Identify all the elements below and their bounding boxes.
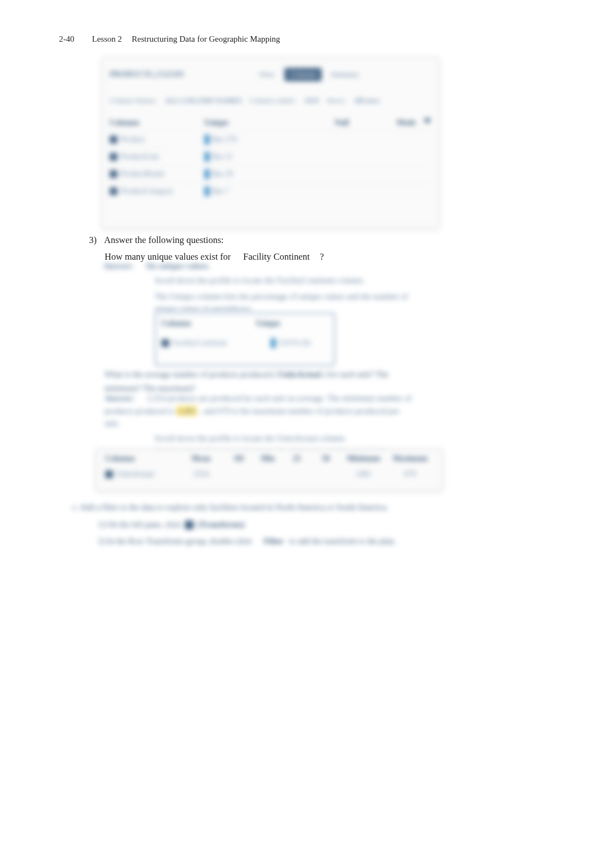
- page-number: 2-40: [59, 34, 75, 43]
- instruction-line-2b: (Transforms): [198, 520, 245, 529]
- column-type-icon: [110, 136, 117, 143]
- panel-toolbar: Column Names: ALL COLUMN NAMES Column La…: [110, 96, 431, 105]
- p2-col-50: 50: [311, 454, 340, 463]
- lesson-label: Lesson 2: [92, 34, 122, 43]
- col-header-null: Null: [282, 118, 349, 127]
- bar-icon: [204, 152, 210, 162]
- answer-text: Six unique values.: [146, 261, 210, 271]
- instruction-line: c. Add a filter to the data to explore o…: [72, 499, 429, 515]
- col-name: ProductLine: [121, 152, 159, 161]
- sb-header-columns: Columns: [161, 319, 256, 328]
- col-name: Product: [121, 135, 145, 144]
- instruction-line-3a: 2) In the Row Transforms group, double-c…: [98, 537, 252, 545]
- data-profile-panel: PRODUCTS_CLEAN View: Columns Summary Col…: [101, 57, 440, 229]
- lesson-title: Restructuring Data for Geographic Mappin…: [132, 34, 280, 43]
- p2-col-maximum: Maximum: [387, 454, 434, 463]
- p2-col-25: 25: [282, 454, 311, 463]
- profile-table: Columns Unique Null Mode Product Bar 270…: [110, 115, 431, 200]
- p2-val-min: 1461: [340, 470, 387, 479]
- column-type-icon: [110, 187, 117, 195]
- bar-icon: [270, 338, 276, 348]
- stats-panel: Columns Mean SD Min 25 50 Minimum Maximu…: [96, 448, 443, 492]
- panel-title: PRODUCTS_CLEAN: [110, 70, 184, 79]
- scroll-indicator-icon: [423, 118, 431, 124]
- sb-header-unique: Unique: [256, 319, 323, 328]
- column-type-icon: [105, 470, 113, 478]
- question-prompt: Answer the following questions:: [104, 235, 224, 245]
- q2-text-b: ) for each unit? The: [323, 370, 388, 379]
- bar-icon: [204, 135, 210, 145]
- p2-col-min: Min: [253, 454, 282, 463]
- toolbar-label-3: Rows:: [327, 96, 346, 105]
- answer-block-1: Answer: Six unique values. Scroll down t…: [104, 261, 415, 315]
- col-header-columns: Columns: [110, 118, 204, 127]
- unique-val: Bar 20: [212, 170, 233, 178]
- answer-bullet: Scroll down the profile to locate the Fa…: [155, 274, 415, 287]
- toolbar-value-3: All rows: [353, 96, 379, 105]
- answer-bullet: Scroll down the profile to locate the Un…: [155, 432, 416, 445]
- unique-val: Bar 7: [212, 187, 229, 196]
- col-name: ProductBrand: [121, 170, 164, 178]
- toolbar-value-2: ANY: [304, 96, 319, 105]
- answer-label: Answer:: [104, 261, 134, 271]
- col-name: ProductCategory: [121, 187, 174, 196]
- p2-col-columns: Columns: [105, 454, 178, 463]
- q2-text-a: What is the average number of products p…: [105, 370, 276, 379]
- column-type-icon: [110, 153, 117, 161]
- instruction-line-2a: 1) On the left pane, click: [98, 520, 181, 529]
- page-header: 2-40 Lesson 2 Restructuring Data for Geo…: [59, 34, 280, 44]
- p2-val-max: 679: [387, 470, 434, 479]
- col-header-unique: Unique: [204, 118, 282, 127]
- instruction-filter-word: Filter: [264, 537, 284, 545]
- sb-row-name: FacilityContinent: [173, 339, 267, 348]
- bar-icon: [204, 169, 210, 179]
- highlighted-value: 1,461: [176, 406, 198, 416]
- col-header-mode: Mode: [349, 118, 416, 127]
- answer-bullet: The Unique column lists the percentage o…: [155, 290, 415, 315]
- question-sub: How many unique values exist for: [105, 251, 231, 262]
- toolbar-label-2: Column Labels:: [250, 96, 296, 105]
- instructions-block: c. Add a filter to the data to explore o…: [72, 499, 429, 550]
- p2-val-mean: 2354: [178, 470, 224, 479]
- unique-val: Bar 21: [212, 152, 233, 161]
- answer-label: Answer:: [105, 392, 135, 405]
- question-number: 3): [89, 235, 97, 245]
- question-block-2: What is the average number of products p…: [105, 368, 416, 395]
- table-row: Product Bar 270: [110, 131, 431, 148]
- toolbar-label-1: Column Names:: [110, 96, 157, 105]
- question-mark: ?: [320, 251, 324, 262]
- sb-row-value: 0.01% (6): [279, 339, 311, 348]
- p2-col-sd: SD: [224, 454, 253, 463]
- transforms-icon: [185, 520, 194, 529]
- p2-col-mean: Mean: [178, 454, 224, 463]
- table-row: ProductCategory Bar 7: [110, 182, 431, 200]
- bar-icon: [204, 186, 210, 196]
- column-type-icon: [161, 339, 169, 347]
- toolbar-value-1: ALL COLUMN NAMES: [165, 96, 242, 105]
- unique-values-box: Columns Unique FacilityContinent 0.01% (…: [155, 313, 335, 366]
- p2-col-minimum: Minimum: [340, 454, 387, 463]
- p2-row-name: UnitsActual: [116, 470, 154, 479]
- q2-field: UnitsActual: [278, 370, 321, 379]
- instruction-line-3c: to add the transform to the plan.: [289, 537, 396, 545]
- view-tabs: View: Columns Summary: [253, 68, 365, 81]
- tab-columns[interactable]: Columns: [284, 68, 322, 81]
- unique-val: Bar 270: [212, 135, 237, 144]
- table-row: ProductBrand Bar 20: [110, 165, 431, 182]
- table-row: ProductLine Bar 21: [110, 148, 431, 165]
- question-block: 3) Answer the following questions: How m…: [89, 233, 324, 264]
- question-field: Facility Continent: [243, 251, 310, 262]
- column-type-icon: [110, 170, 117, 178]
- tab-summary[interactable]: Summary: [325, 68, 365, 81]
- view-label: View:: [253, 68, 281, 81]
